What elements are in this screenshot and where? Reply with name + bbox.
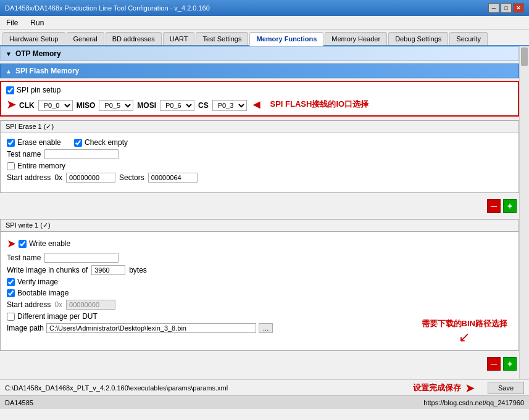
content-scroll[interactable]: ▼ OTP Memory ▲ SPI Flash Memory SPI pin …	[0, 46, 519, 379]
status-bar: C:\DA1458x_DA1468x_PLT_v_4.2.0.160\execu…	[0, 379, 529, 395]
window-controls: ─ □ ✕	[488, 3, 524, 13]
write-side-buttons: ─ +	[0, 355, 519, 373]
entire-memory-row: Entire memory	[7, 162, 198, 170]
otp-memory-header[interactable]: ▼ OTP Memory	[0, 46, 519, 61]
save-annotation-arrow-icon: ➤	[465, 381, 475, 395]
bootable-image-checkbox[interactable]	[7, 289, 15, 297]
tab-bar: Hardware Setup General BD addresses UART…	[0, 30, 529, 46]
clk-label: CLK	[19, 101, 35, 110]
erase-enable-checkbox[interactable]	[7, 139, 15, 147]
spi-flash-label: SPI Flash Memory	[15, 67, 79, 75]
write-enable-arrow-icon: ➤	[7, 237, 16, 250]
spi-pin-arrow-icon: ➤	[6, 97, 17, 112]
menu-file[interactable]: File	[2, 18, 22, 28]
check-empty-checkbox[interactable]	[74, 139, 82, 147]
clk-select[interactable]: P0_0P0_1P0_2P0_3	[38, 100, 73, 111]
spi-pin-setup-box: SPI pin setup ➤ CLK P0_0P0_1P0_2P0_3 MIS…	[0, 81, 519, 117]
write-enable-label: Write enable	[29, 239, 70, 248]
test-name-input-erase[interactable]	[44, 149, 119, 159]
tab-hardware-setup[interactable]: Hardware Setup	[2, 32, 65, 45]
start-address-label-write: Start address	[7, 300, 51, 309]
entire-memory-checkbox[interactable]	[7, 162, 15, 170]
main-area: ▼ OTP Memory ▲ SPI Flash Memory SPI pin …	[0, 46, 529, 379]
menu-run[interactable]: Run	[27, 18, 48, 28]
spi-write-box: SPI write 1 (✓) ➤ Write enable Test name…	[0, 219, 519, 351]
bootable-image-label: Bootable image	[17, 289, 69, 297]
cs-label: CS	[198, 101, 209, 110]
otp-arrow-icon: ▼	[6, 51, 12, 57]
erase-enable-row: Erase enable Check empty	[7, 138, 198, 147]
spi-pin-checkbox[interactable]	[6, 86, 14, 94]
chunk-input[interactable]	[91, 265, 125, 275]
bin-annotation-text: 需要下载的BIN路径选择	[422, 318, 507, 329]
chunk-row: Write image in chunks of bytes	[7, 265, 512, 275]
write-enable-row: ➤ Write enable	[7, 237, 512, 250]
image-path-label: Image path	[7, 324, 44, 332]
spi-flash-header[interactable]: ▲ SPI Flash Memory	[0, 64, 519, 78]
scrollbar[interactable]	[519, 46, 529, 379]
write-image-label: Write image in chunks of	[7, 266, 88, 274]
start-address-input-write[interactable]	[66, 300, 115, 310]
close-button[interactable]: ✕	[513, 3, 524, 13]
bootable-image-row: Bootable image	[7, 289, 512, 297]
diff-image-checkbox[interactable]	[7, 313, 15, 321]
verify-image-row: Verify image	[7, 278, 512, 286]
test-name-row-write: Test name	[7, 253, 512, 263]
sectors-input[interactable]	[148, 173, 198, 183]
test-name-row: Test name	[7, 149, 198, 159]
miso-select[interactable]: P0_5P0_0P0_1P0_3	[99, 100, 133, 111]
erase-minus-button[interactable]: ─	[487, 199, 501, 213]
tab-memory-functions[interactable]: Memory Functions	[249, 32, 323, 46]
erase-enable-label: Erase enable	[17, 138, 61, 147]
browse-button[interactable]: ...	[259, 323, 273, 333]
tab-test-settings[interactable]: Test Settings	[196, 32, 248, 45]
test-name-input-write[interactable]	[44, 253, 119, 263]
spi-pin-checkbox-row: SPI pin setup	[6, 86, 513, 94]
device-label: DA14585	[5, 399, 33, 406]
save-button[interactable]: Save	[488, 382, 524, 394]
write-plus-button[interactable]: +	[503, 357, 517, 371]
spi-erase-title: SPI Erase 1 (✓)	[1, 121, 519, 133]
menu-bar: File Run	[0, 16, 529, 30]
miso-label: MISO	[77, 101, 96, 110]
spi-pin-label: SPI pin setup	[17, 86, 60, 94]
write-enable-checkbox[interactable]	[19, 240, 27, 248]
check-empty-label: Check empty	[85, 138, 128, 147]
tab-debug-settings[interactable]: Debug Settings	[388, 32, 448, 45]
tab-bd-addresses[interactable]: BD addresses	[106, 32, 162, 45]
spi-erase-box: SPI Erase 1 (✓) Erase enable Check empty	[0, 120, 519, 193]
tab-memory-header[interactable]: Memory Header	[325, 32, 387, 45]
entire-memory-label: Entire memory	[17, 162, 65, 170]
spi-write-title: SPI write 1 (✓)	[1, 220, 519, 232]
test-name-label-write: Test name	[7, 253, 41, 262]
mosi-label: MOSI	[137, 101, 156, 110]
otp-memory-label: OTP Memory	[15, 49, 61, 58]
window-title: DA1458x/DA1468x Production Line Tool Con…	[5, 4, 210, 12]
cs-select[interactable]: P0_3P0_0P0_1P0_4	[212, 100, 247, 111]
bin-annotation-arrow-icon: ↙	[459, 329, 470, 345]
erase-side-buttons: ─ +	[0, 197, 519, 215]
start-address-prefix-write: 0x	[54, 300, 62, 309]
verify-image-checkbox[interactable]	[7, 278, 15, 286]
tab-general[interactable]: General	[67, 32, 104, 45]
tab-uart[interactable]: UART	[163, 32, 195, 45]
start-address-prefix-erase: 0x	[54, 173, 62, 182]
device-bar: DA14585 https://blog.csdn.net/qq_2417960	[0, 395, 529, 409]
title-bar: DA1458x/DA1468x Production Line Tool Con…	[0, 0, 529, 16]
save-annotation-text: 设置完成保存	[413, 382, 461, 393]
image-path-input[interactable]	[46, 323, 256, 333]
spi-flash-arrow-icon: ▲	[6, 68, 12, 75]
maximize-button[interactable]: □	[501, 3, 512, 13]
bytes-label: bytes	[129, 266, 147, 274]
minimize-button[interactable]: ─	[488, 3, 499, 13]
spi-erase-content: Erase enable Check empty Test name Entir…	[1, 133, 519, 192]
spi-pin-row: CLK P0_0P0_1P0_2P0_3 MISO P0_5P0_0P0_1P0…	[19, 100, 247, 111]
erase-plus-button[interactable]: +	[503, 199, 517, 213]
tab-security[interactable]: Security	[449, 32, 488, 45]
mosi-select[interactable]: P0_6P0_0P0_1P0_3	[160, 100, 194, 111]
write-minus-button[interactable]: ─	[487, 357, 501, 371]
diff-image-label: Different image per DUT	[17, 312, 98, 321]
sectors-label: Sectors	[119, 173, 144, 182]
start-address-input-erase[interactable]	[66, 173, 115, 183]
blog-label: https://blog.csdn.net/qq_2417960	[423, 399, 524, 406]
